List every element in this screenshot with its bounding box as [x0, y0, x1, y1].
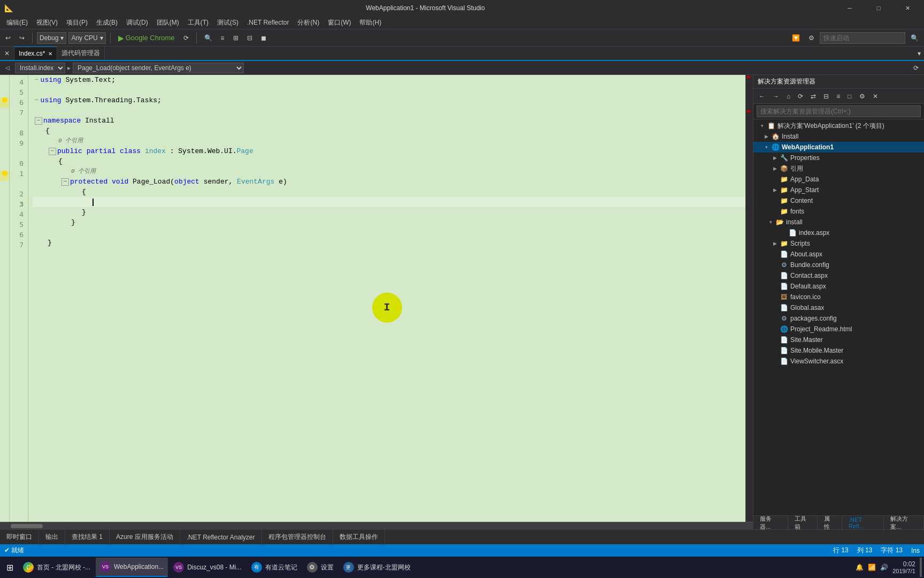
search-button[interactable]: 🔍 — [201, 32, 215, 44]
fold-class[interactable]: ─ — [49, 148, 56, 155]
menu-view[interactable]: 视图(V) — [32, 16, 62, 29]
se-tab-props[interactable]: 属性 — [818, 515, 842, 530]
breakpoint-gutter[interactable] — [0, 75, 10, 522]
tree-global[interactable]: ▶ 📄 Global.asax — [753, 302, 924, 313]
se-tab-solution[interactable]: 解决方案... — [884, 515, 924, 530]
tree-content[interactable]: ▶ 📁 Content — [753, 195, 924, 206]
refresh-button[interactable]: ⟳ — [180, 32, 192, 44]
se-sync-btn[interactable]: ⇄ — [807, 90, 819, 103]
menu-test[interactable]: 测试(S) — [213, 16, 243, 29]
bottom-tab-data[interactable]: 数据工具操作 — [333, 530, 385, 545]
tab-source-manager[interactable]: 源代码管理器 — [57, 47, 105, 60]
se-search-input[interactable] — [757, 105, 921, 117]
tree-default[interactable]: ▶ 📄 Default.aspx — [753, 281, 924, 292]
tree-references[interactable]: ▶ 📦 引用 — [753, 163, 924, 174]
undo-button[interactable]: ↩ — [2, 32, 14, 44]
bottom-tab-immediate[interactable]: 即时窗口 — [0, 530, 39, 545]
toolbar-btn-2[interactable]: ⊞ — [230, 32, 242, 44]
menu-help[interactable]: 帮助(H) — [355, 16, 386, 29]
code-line-13[interactable] — [33, 197, 745, 207]
code-content[interactable]: ─ using System.Text; ─ using System.Thre… — [28, 75, 745, 522]
tab-dropdown-btn[interactable]: ▾ — [914, 47, 924, 60]
taskbar-youdao[interactable]: 有 有道云笔记 — [247, 558, 302, 577]
tree-solution[interactable]: ▾ 📋 解决方案'WebApplication1' (2 个项目) — [753, 120, 924, 131]
toolbar-btn-4[interactable]: ◼ — [258, 32, 270, 44]
close-button[interactable]: ✕ — [895, 0, 920, 16]
menu-debug[interactable]: 调试(D) — [122, 16, 152, 29]
toolbar-btn-3[interactable]: ⊟ — [244, 32, 256, 44]
se-props-btn[interactable]: ≡ — [833, 90, 843, 103]
tab-index-cs[interactable]: Index.cs* ✕ — [14, 47, 57, 60]
tree-webapp1[interactable]: ▾ 🌐 WebApplication1 — [753, 142, 924, 153]
taskbar-chrome[interactable]: C 首页 - 北盟网校 -... — [19, 558, 95, 577]
taskbar-discuz[interactable]: VS Discuz_vs08 - Mi... — [169, 558, 245, 577]
tree-mobilemaster[interactable]: ▶ 📄 Site.Mobile.Master — [753, 345, 924, 356]
tab-x[interactable]: ✕ — [0, 47, 14, 60]
start-button[interactable]: ⊞ — [2, 558, 18, 577]
menu-tools[interactable]: 工具(T) — [183, 16, 213, 29]
se-refresh-btn[interactable]: ⟳ — [795, 90, 806, 103]
se-back-btn[interactable]: ← — [756, 90, 768, 103]
menu-reflector[interactable]: .NET Reflector — [243, 16, 293, 29]
filter-icon[interactable]: 🔽 — [789, 32, 803, 44]
se-forward-btn[interactable]: → — [769, 90, 782, 103]
quick-search-input[interactable] — [820, 32, 905, 44]
bottom-tab-azure[interactable]: Azure 应用服务活动 — [110, 530, 180, 545]
tree-appstart[interactable]: ▶ 📁 App_Start — [753, 185, 924, 195]
tree-readme[interactable]: ▶ 🌐 Project_Readme.html — [753, 324, 924, 334]
tree-appdata[interactable]: ▶ 📁 App_Data — [753, 174, 924, 185]
nav-back-btn[interactable]: ◁ — [2, 63, 13, 73]
se-preview-btn[interactable]: □ — [844, 90, 854, 103]
loc-sync-btn[interactable]: ⟳ — [910, 62, 922, 74]
bottom-tab-output[interactable]: 输出 — [39, 530, 65, 545]
bottom-tab-find[interactable]: 查找结果 1 — [65, 530, 110, 545]
taskbar-more[interactable]: 更 更多课程-北盟网校 — [339, 558, 415, 577]
tree-indexaspx[interactable]: ▶ 📄 index.aspx — [753, 227, 924, 238]
bottom-tab-reflector[interactable]: .NET Reflector Analyzer — [180, 530, 262, 545]
se-collapse-btn[interactable]: ⊟ — [820, 90, 832, 103]
method-dropdown[interactable]: Page_Load(object sender, EventArgs e) — [73, 63, 244, 73]
redo-button[interactable]: ↪ — [16, 32, 28, 44]
quick-search-btn[interactable]: 🔍 — [907, 32, 922, 44]
menu-project[interactable]: 项目(P) — [62, 16, 92, 29]
taskbar-settings[interactable]: ⚙ 设置 — [303, 558, 338, 577]
tree-about[interactable]: ▶ 📄 About.aspx — [753, 249, 924, 260]
taskbar-vs-active[interactable]: VS WebApplication... — [96, 558, 168, 577]
tree-scripts[interactable]: ▶ 📁 Scripts — [753, 238, 924, 249]
tree-fonts[interactable]: ▶ 📁 fonts — [753, 206, 924, 217]
bottom-tab-nuget[interactable]: 程序包管理器控制台 — [262, 530, 333, 545]
run-button[interactable]: ▶ Google Chrome — [115, 33, 178, 43]
se-tab-toolbox[interactable]: 工具箱 — [788, 515, 818, 530]
se-settings-btn[interactable]: ⚙ — [856, 90, 868, 103]
editor-hscroll[interactable] — [0, 522, 753, 529]
fold-ns[interactable]: ─ — [35, 117, 42, 125]
tree-sitemaster[interactable]: ▶ 📄 Site.Master — [753, 334, 924, 345]
tree-install-folder[interactable]: ▾ 📂 install — [753, 217, 924, 227]
file-dropdown[interactable]: Install.index — [15, 63, 65, 73]
platform-dropdown[interactable]: Any CPU ▾ — [68, 32, 105, 44]
menu-edit[interactable]: 编辑(E) — [2, 16, 32, 29]
se-tab-server[interactable]: 服务器... — [753, 515, 788, 530]
se-home-btn[interactable]: ⌂ — [783, 90, 794, 103]
tree-favicon[interactable]: ▶ 🖼 favicon.ico — [753, 292, 924, 302]
settings-icon[interactable]: ⚙ — [805, 32, 818, 44]
tree-properties[interactable]: ▶ 🔧 Properties — [753, 153, 924, 163]
restore-button[interactable]: □ — [866, 0, 891, 16]
menu-build[interactable]: 生成(B) — [92, 16, 122, 29]
menu-window[interactable]: 窗口(W) — [324, 16, 355, 29]
menu-analyze[interactable]: 分析(N) — [293, 16, 324, 29]
taskbar-show-desktop[interactable] — [920, 558, 922, 577]
tree-install[interactable]: ▶ 🏠 Install — [753, 131, 924, 142]
tree-contact[interactable]: ▶ 📄 Contact.aspx — [753, 270, 924, 281]
se-tab-reflector[interactable]: .NET Refl... — [842, 515, 884, 530]
code-area[interactable]: 4 5 6 7 8 9 0 1 2 3 4 5 6 7 — [0, 75, 753, 522]
close-tab-indexcs[interactable]: ✕ — [48, 51, 52, 57]
tree-packages[interactable]: ▶ ⚙ packages.config — [753, 313, 924, 324]
tree-bundle[interactable]: ▶ ⚙ Bundle.config — [753, 260, 924, 270]
toolbar-btn-1[interactable]: ≡ — [218, 32, 228, 44]
fold-method[interactable]: ─ — [61, 178, 69, 186]
hscroll-thumb[interactable] — [11, 524, 43, 528]
tree-viewswitcher[interactable]: ▶ 📄 ViewSwitcher.ascx — [753, 356, 924, 367]
menu-team[interactable]: 团队(M) — [152, 16, 183, 29]
config-dropdown[interactable]: Debug ▾ — [37, 32, 66, 44]
